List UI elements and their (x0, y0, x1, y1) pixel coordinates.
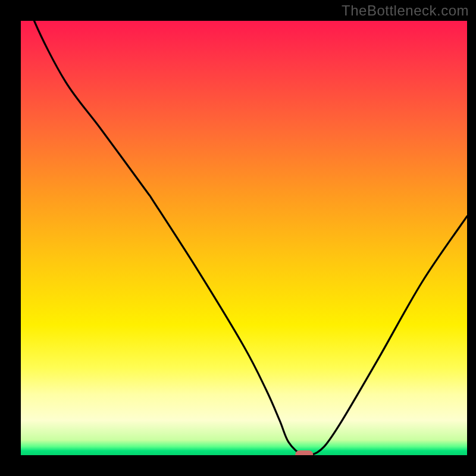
curve-path (21, 21, 467, 455)
watermark-text: TheBottleneck.com (342, 2, 469, 19)
notch-marker (295, 450, 313, 455)
bottleneck-curve (21, 21, 467, 455)
plot-area (21, 21, 467, 455)
chart-frame: TheBottleneck.com (0, 0, 476, 476)
